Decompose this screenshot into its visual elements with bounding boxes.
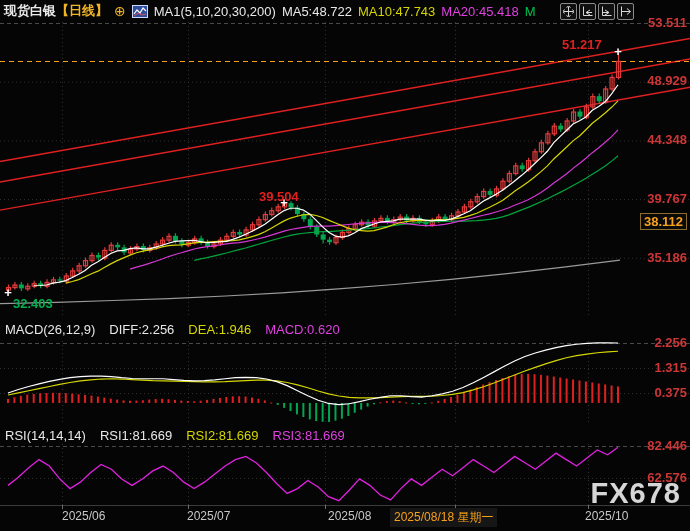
mini-chart-icon[interactable]: [132, 5, 148, 18]
rsi-header: RSI(14,14,14) RSI1:81.669 RSI2:81.669 RS…: [5, 428, 345, 443]
watermark: FX678: [591, 477, 681, 510]
high-price-annotation: 51.217: [562, 37, 602, 52]
macd-diff-value: DIFF:2.256: [109, 322, 174, 337]
rsi-y-label: 82.446: [647, 438, 687, 453]
ma30-value-clipped: M: [525, 4, 536, 19]
pan-icon[interactable]: [560, 3, 577, 20]
x-axis-label-jul: 2025/07: [187, 509, 230, 523]
rsi-title: RSI(14,14,14): [5, 428, 86, 443]
macd-macd-value: MACD:0.620: [265, 322, 339, 337]
x-axis-tick: [325, 505, 326, 509]
macd-y-label: 1.315: [654, 360, 687, 375]
macd-header: MACD(26,12,9) DIFF:2.256 DEA:1.946 MACD:…: [5, 322, 340, 337]
low-plus-marker: +: [4, 288, 12, 298]
ma-config-label: MA1(5,10,20,30,200): [154, 4, 276, 19]
macd-dea-value: DEA:1.946: [188, 322, 251, 337]
y-axis-label: 35.186: [647, 250, 687, 265]
ma5-value: MA5:48.722: [282, 4, 352, 19]
rsi3-value: RSI3:81.669: [273, 428, 345, 443]
period-label[interactable]: 【日线】: [56, 2, 108, 20]
high-plus-marker: +: [614, 47, 622, 57]
shift-right-icon[interactable]: [617, 3, 634, 20]
low-price-annotation: 32.403: [13, 296, 53, 311]
y-axis-label: 44.348: [647, 132, 687, 147]
x-axis-separator: [0, 505, 690, 506]
chart-app: 现货白银【日线】 ⊕ MA1(5,10,20,30,200) MA5:48.72…: [0, 0, 690, 531]
x-axis-label-aug: 2025/08: [328, 509, 371, 523]
axis-compress-left-icon[interactable]: [579, 3, 596, 20]
x-axis-label-selected-date: 2025/08/18 星期一: [390, 508, 497, 527]
ma10-value: MA10:47.743: [358, 4, 435, 19]
symbol-name: 现货白银: [4, 2, 56, 20]
swing-high-annotation: 39.504: [259, 189, 299, 204]
swing-high-plus-marker: +: [280, 198, 288, 208]
y-axis-label: 53.511: [648, 15, 687, 30]
axis-compress-right-icon[interactable]: [598, 3, 615, 20]
x-axis-label-oct: 2025/10: [585, 509, 628, 523]
header-bar: 现货白银【日线】 ⊕ MA1(5,10,20,30,200) MA5:48.72…: [4, 2, 536, 20]
rsi1-value: RSI1:81.669: [100, 428, 172, 443]
x-axis-label-jun: 2025/06: [62, 509, 105, 523]
macd-title: MACD(26,12,9): [5, 322, 95, 337]
add-overlay-icon[interactable]: ⊕: [114, 3, 126, 19]
reference-price-badge: 38.112: [640, 213, 687, 230]
chart-toolbar: [560, 3, 634, 20]
macd-y-label: 0.375: [654, 385, 687, 400]
rsi2-value: RSI2:81.669: [186, 428, 258, 443]
y-axis-label: 39.767: [647, 191, 687, 206]
chart-canvas[interactable]: [0, 0, 690, 531]
ma20-value: MA20:45.418: [441, 4, 518, 19]
macd-y-label: 2.256: [654, 335, 687, 350]
y-axis-label: 48.929: [647, 73, 687, 88]
